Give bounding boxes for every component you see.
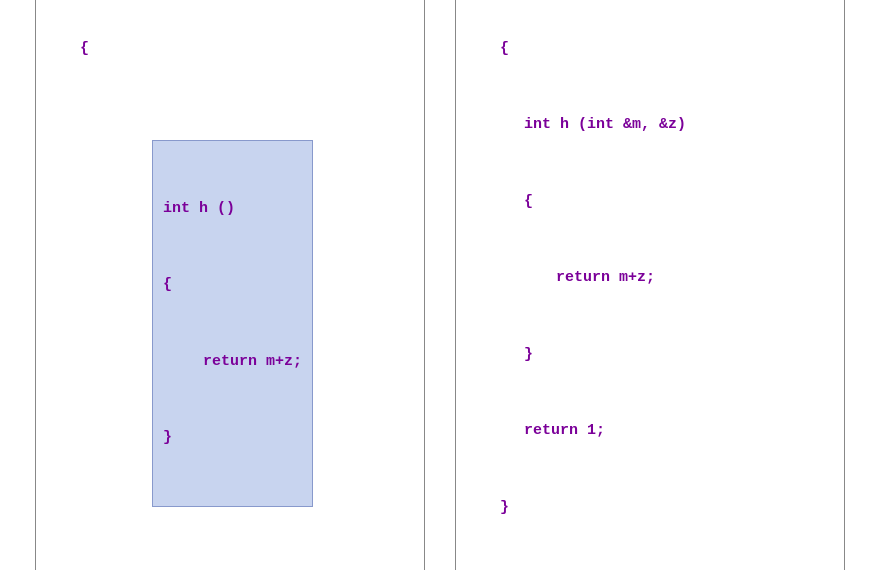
left-code-panel: int f (int x, int y) { int m; int g (int…	[35, 0, 425, 570]
r-line-9: }	[476, 342, 824, 368]
left-code-block: int f (int x, int y) { int m; int g (int…	[56, 0, 404, 570]
r-line-11: }	[476, 495, 824, 521]
r-line-7: {	[476, 189, 824, 215]
line-5: {	[56, 36, 404, 62]
r-line-5: {	[476, 36, 824, 62]
line-highlight-group: int h () { return m+z; }	[56, 112, 404, 534]
right-code-block: int f (int x, int y) { int m; int g (int…	[476, 0, 824, 570]
r-line-8: return m+z;	[476, 265, 824, 291]
main-container: int f (int x, int y) { int m; int g (int…	[0, 0, 880, 570]
r-line-6: int h (int &m, &z)	[476, 112, 824, 138]
right-code-panel: int f (int x, int y) { int m; int g (int…	[455, 0, 845, 570]
r-line-10: return 1;	[476, 418, 824, 444]
